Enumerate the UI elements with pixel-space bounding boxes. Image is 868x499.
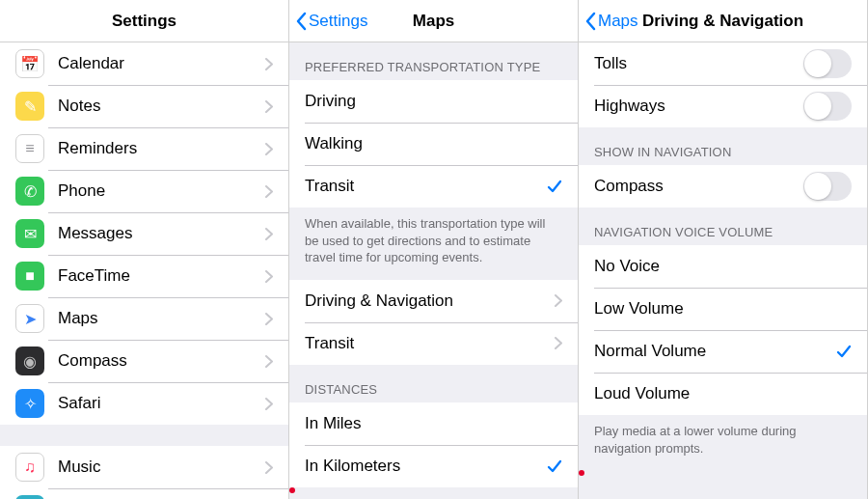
chevron-right-icon — [555, 337, 562, 349]
list-row[interactable]: Normal Volume — [579, 330, 867, 373]
list-row[interactable]: Driving & Navigation — [289, 280, 578, 322]
list-row[interactable]: In Kilometers — [289, 445, 578, 487]
app-icon: 📅 — [15, 49, 44, 78]
settings-row[interactable]: ✧Safari — [0, 382, 288, 425]
back-label: Maps — [598, 12, 638, 31]
app-icon: ▶ — [15, 495, 44, 499]
app-icon: ≡ — [15, 134, 44, 163]
chevron-left-icon — [295, 12, 307, 31]
settings-row[interactable]: ➤Maps — [0, 297, 288, 340]
nav-bar: Settings Maps — [289, 0, 578, 42]
app-icon: ➤ — [15, 304, 44, 333]
app-icon: ♫ — [15, 453, 44, 482]
settings-row[interactable]: ✆Phone — [0, 170, 288, 212]
driving-nav-list: TollsHighways SHOW IN NAVIGATION Compass… — [579, 42, 867, 499]
nav-bar: Settings — [0, 0, 288, 42]
check-icon — [547, 179, 562, 194]
check-icon — [547, 458, 562, 474]
row-label: Transit — [305, 177, 547, 196]
section-footer: Play media at a lower volume during navi… — [579, 415, 867, 470]
row-label: Tolls — [594, 54, 803, 73]
maps-list: PREFERRED TRANSPORTATION TYPE DrivingWal… — [289, 42, 578, 499]
row-label: Driving — [305, 92, 562, 111]
app-icon: ■ — [15, 262, 44, 291]
settings-row[interactable]: ✉︎Messages — [0, 212, 288, 255]
section-footer: When available, this transportation type… — [289, 208, 578, 280]
section-header: SHOW IN NAVIGATION — [579, 127, 867, 165]
settings-row[interactable]: ■FaceTime — [0, 255, 288, 297]
app-icon: ✧ — [15, 389, 44, 418]
list-row[interactable]: Walking — [289, 123, 578, 165]
row-label: Safari — [58, 394, 265, 413]
settings-row[interactable]: ✎Notes — [0, 85, 288, 127]
settings-row[interactable]: ♫Music — [0, 446, 288, 488]
chevron-right-icon — [265, 355, 273, 368]
app-icon: ◉ — [15, 347, 44, 375]
row-label: Low Volume — [594, 299, 852, 319]
toggle-switch[interactable] — [803, 172, 852, 201]
row-label: Reminders — [58, 139, 265, 158]
back-button[interactable]: Settings — [295, 12, 367, 31]
row-label: Walking — [305, 134, 562, 153]
app-icon: ✎ — [15, 92, 44, 121]
section-header: PREFERRED TRANSPORTATION TYPE — [289, 42, 578, 80]
toggle-switch[interactable] — [803, 49, 852, 78]
chevron-right-icon — [265, 228, 273, 240]
chevron-right-icon — [265, 270, 273, 283]
chevron-right-icon — [265, 185, 273, 198]
back-label: Settings — [309, 12, 367, 31]
row-label: Maps — [58, 309, 265, 328]
row-label: Highways — [594, 97, 803, 116]
nav-bar: Maps Driving & Navigation — [579, 0, 867, 42]
section-header: DISTANCES — [289, 365, 578, 402]
list-row[interactable]: Transit — [289, 165, 578, 208]
chevron-right-icon — [265, 58, 273, 70]
row-label: Loud Volume — [594, 384, 852, 403]
section-header: NAVIGATION VOICE VOLUME — [579, 208, 867, 245]
list-row[interactable]: Driving — [289, 80, 578, 123]
chevron-left-icon — [584, 12, 596, 31]
row-label: No Voice — [594, 257, 852, 276]
row-label: Transit — [305, 334, 555, 353]
list-row[interactable]: Highways — [579, 85, 867, 127]
check-icon — [836, 344, 852, 359]
settings-row[interactable]: ≡Reminders — [0, 127, 288, 170]
settings-panel: Settings 📅Calendar✎Notes≡Reminders✆Phone… — [0, 0, 289, 499]
chevron-right-icon — [265, 313, 273, 325]
chevron-right-icon — [265, 398, 273, 410]
nav-title: Settings — [0, 12, 288, 31]
maps-panel: Settings Maps PREFERRED TRANSPORTATION T… — [289, 0, 579, 499]
list-row[interactable]: Tolls — [579, 42, 867, 85]
chevron-right-icon — [265, 143, 273, 155]
row-label: Phone — [58, 181, 265, 201]
settings-list: 📅Calendar✎Notes≡Reminders✆Phone✉︎Message… — [0, 42, 288, 499]
row-label: Compass — [594, 177, 803, 196]
list-row[interactable]: No Voice — [579, 245, 867, 288]
app-icon: ✆ — [15, 177, 44, 206]
chevron-right-icon — [265, 461, 273, 474]
row-label: FaceTime — [58, 266, 265, 286]
settings-row[interactable]: ▶Videos — [0, 488, 288, 499]
row-label: Driving & Navigation — [305, 291, 555, 311]
list-row[interactable]: Low Volume — [579, 288, 867, 330]
list-row[interactable]: Transit — [289, 322, 578, 365]
row-label: Notes — [58, 97, 265, 116]
list-row[interactable]: Loud Volume — [579, 373, 867, 415]
row-label: Normal Volume — [594, 342, 836, 361]
chevron-right-icon — [555, 294, 562, 307]
settings-row[interactable]: ◉Compass — [0, 340, 288, 382]
row-label: Music — [58, 457, 265, 477]
row-label: In Kilometers — [305, 457, 547, 476]
toggle-switch[interactable] — [803, 92, 852, 121]
row-label: Calendar — [58, 54, 265, 73]
settings-row[interactable]: 📅Calendar — [0, 42, 288, 85]
row-label: Messages — [58, 224, 265, 243]
back-button[interactable]: Maps — [584, 12, 638, 31]
app-icon: ✉︎ — [15, 219, 44, 248]
list-row[interactable]: In Miles — [289, 402, 578, 445]
driving-nav-panel: Maps Driving & Navigation TollsHighways … — [579, 0, 868, 499]
chevron-right-icon — [265, 100, 273, 113]
row-label: In Miles — [305, 414, 562, 433]
row-label: Compass — [58, 351, 265, 371]
list-row[interactable]: Compass — [579, 165, 867, 208]
